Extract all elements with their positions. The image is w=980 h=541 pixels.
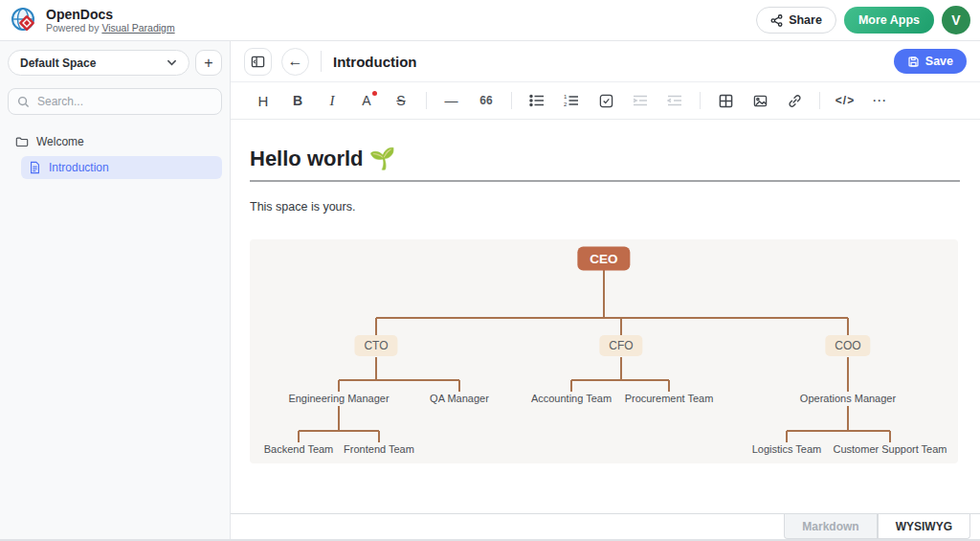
- document-tree: Welcome Introduction: [8, 130, 222, 179]
- space-selector-value: Default Space: [20, 56, 96, 70]
- app-body: Default Space + Welcome: [0, 41, 980, 539]
- outdent-icon: [667, 94, 682, 107]
- doc-content[interactable]: Hello world 🌱 This space is yours. CEO C…: [231, 120, 980, 513]
- share-label: Share: [789, 13, 822, 27]
- doc-title: Introduction: [333, 54, 416, 70]
- main-panel: ← Introduction Save H B I A: [231, 41, 980, 539]
- svg-text:2: 2: [564, 101, 568, 107]
- org-node-procurement-team[interactable]: Procurement Team: [621, 393, 718, 404]
- save-button[interactable]: Save: [894, 49, 967, 74]
- top-header: OpenDocs Powered by Visual Paradigm Shar…: [0, 0, 980, 41]
- tree-item-welcome[interactable]: Welcome: [8, 130, 222, 153]
- numbered-list-button[interactable]: 12: [559, 88, 584, 113]
- insert-image-button[interactable]: [747, 88, 772, 113]
- app-name: OpenDocs: [46, 7, 175, 22]
- opendocs-logo-icon: [10, 6, 38, 34]
- org-chart[interactable]: CEO CTO CFO COO Engineering Manager QA M…: [250, 239, 958, 463]
- tree-item-introduction-label: Introduction: [49, 161, 109, 174]
- toggle-sidebar-button[interactable]: [244, 48, 272, 76]
- header-divider: [321, 51, 322, 72]
- tab-markdown[interactable]: Markdown: [784, 514, 877, 539]
- tree-item-welcome-label: Welcome: [36, 135, 84, 148]
- share-button[interactable]: Share: [756, 7, 836, 34]
- search-box: [8, 88, 222, 115]
- tab-wysiwyg[interactable]: WYSIWYG: [878, 514, 970, 539]
- brand-text: OpenDocs Powered by Visual Paradigm: [46, 7, 175, 34]
- heading-button[interactable]: H: [251, 88, 276, 113]
- outdent-button[interactable]: [662, 88, 687, 113]
- org-node-cto[interactable]: CTO: [354, 335, 397, 356]
- font-color-button[interactable]: A: [354, 88, 379, 113]
- checkbox-icon: [599, 94, 613, 108]
- header-actions: Share More Apps V: [756, 6, 970, 34]
- org-node-qa-manager[interactable]: QA Manager: [426, 393, 493, 404]
- user-avatar[interactable]: V: [942, 6, 970, 34]
- svg-text:1: 1: [564, 94, 568, 100]
- back-arrow-icon: ←: [288, 53, 303, 70]
- more-tools-button[interactable]: ⋯: [867, 88, 892, 113]
- heading-rule: [250, 180, 960, 182]
- search-input[interactable]: [37, 95, 212, 108]
- bullet-list-icon: [529, 94, 545, 107]
- italic-button[interactable]: I: [320, 88, 345, 113]
- image-icon: [753, 94, 768, 108]
- doc-header: ← Introduction Save: [231, 41, 980, 82]
- chevron-down-icon: [167, 57, 177, 68]
- tree-item-introduction[interactable]: Introduction: [21, 156, 222, 179]
- collapse-panel-icon: [251, 55, 265, 69]
- space-row: Default Space +: [8, 50, 222, 76]
- doc-heading: Hello world 🌱: [250, 147, 959, 171]
- org-node-logistics-team[interactable]: Logistics Team: [748, 443, 826, 455]
- folder-icon: [15, 135, 29, 148]
- link-icon: [788, 94, 802, 108]
- insert-table-button[interactable]: [713, 88, 738, 113]
- format-toolbar: H B I A S — 66 12: [231, 82, 980, 120]
- indent-icon: [633, 94, 648, 107]
- strikethrough-button[interactable]: S: [389, 88, 413, 113]
- task-list-button[interactable]: [593, 88, 618, 113]
- org-node-engineering-manager[interactable]: Engineering Manager: [284, 393, 392, 404]
- share-icon: [770, 14, 783, 27]
- add-space-button[interactable]: +: [195, 50, 222, 76]
- toolbar-divider: [819, 92, 820, 109]
- org-node-operations-manager[interactable]: Operations Manager: [796, 393, 900, 404]
- org-node-accounting-team[interactable]: Accounting Team: [527, 393, 615, 404]
- save-label: Save: [925, 55, 953, 68]
- document-icon: [29, 161, 41, 174]
- numbered-list-icon: 12: [564, 94, 579, 107]
- org-node-customer-support-team[interactable]: Customer Support Team: [829, 443, 950, 455]
- toolbar-divider: [426, 92, 427, 109]
- indent-button[interactable]: [628, 88, 653, 113]
- visual-paradigm-link[interactable]: Visual Paradigm: [101, 22, 174, 34]
- code-button[interactable]: </>: [833, 88, 858, 113]
- toolbar-divider: [700, 92, 701, 109]
- bold-button[interactable]: B: [285, 88, 310, 113]
- powered-by: Powered by Visual Paradigm: [46, 22, 175, 34]
- org-node-cfo[interactable]: CFO: [599, 335, 642, 356]
- bullet-list-button[interactable]: [524, 88, 549, 113]
- org-node-frontend-team[interactable]: Frontend Team: [340, 443, 418, 455]
- org-node-ceo[interactable]: CEO: [577, 247, 630, 271]
- save-icon: [907, 56, 920, 68]
- blockquote-button[interactable]: 66: [474, 88, 499, 113]
- insert-link-button[interactable]: [782, 88, 807, 113]
- color-dot: [372, 91, 377, 96]
- back-button[interactable]: ←: [281, 48, 309, 76]
- font-color-label: A: [362, 93, 370, 108]
- table-icon: [719, 94, 733, 108]
- horizontal-rule-button[interactable]: —: [439, 88, 464, 113]
- app-window: OpenDocs Powered by Visual Paradigm Shar…: [0, 0, 980, 541]
- org-node-coo[interactable]: COO: [825, 335, 870, 356]
- doc-paragraph: This space is yours.: [250, 200, 959, 214]
- toolbar-divider: [511, 92, 512, 109]
- search-icon: [17, 96, 30, 108]
- space-selector[interactable]: Default Space: [8, 50, 189, 76]
- org-node-backend-team[interactable]: Backend Team: [260, 443, 338, 455]
- more-apps-button[interactable]: More Apps: [844, 7, 934, 34]
- sidebar: Default Space + Welcome: [0, 41, 231, 539]
- powered-by-prefix: Powered by: [46, 22, 99, 34]
- brand: OpenDocs Powered by Visual Paradigm: [10, 6, 175, 34]
- editor-mode-bar: Markdown WYSIWYG: [231, 513, 980, 539]
